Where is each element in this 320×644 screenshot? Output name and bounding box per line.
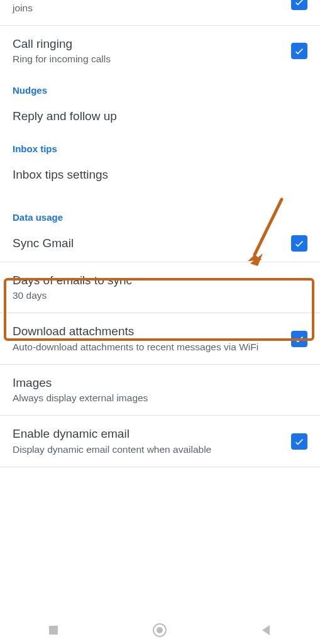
setting-title: Reply and follow up bbox=[13, 108, 297, 125]
setting-title: Days of emails to sync bbox=[13, 272, 297, 289]
svg-rect-3 bbox=[49, 626, 58, 635]
setting-description: Removes you from a call after a few minu… bbox=[13, 0, 281, 15]
svg-marker-6 bbox=[262, 625, 270, 635]
checkbox-leave-empty-call[interactable] bbox=[291, 0, 307, 10]
check-icon bbox=[294, 333, 305, 345]
nav-back-button[interactable] bbox=[248, 616, 285, 644]
setting-title: Sync Gmail bbox=[13, 235, 281, 252]
setting-enable-dynamic-email[interactable]: Enable dynamic email Display dynamic ema… bbox=[0, 416, 320, 467]
setting-title: Inbox tips settings bbox=[13, 167, 297, 183]
setting-call-ringing[interactable]: Call ringing Ring for incoming calls bbox=[0, 26, 320, 77]
setting-title: Call ringing bbox=[13, 36, 281, 52]
nav-home-button[interactable] bbox=[141, 616, 179, 644]
setting-title: Images bbox=[13, 375, 297, 391]
check-icon bbox=[294, 45, 305, 57]
setting-download-attachments[interactable]: Download attachments Auto-download attac… bbox=[0, 313, 320, 364]
svg-point-5 bbox=[157, 627, 163, 633]
setting-description: Always display external images bbox=[13, 392, 297, 405]
setting-description: Auto-download attachments to recent mess… bbox=[13, 341, 281, 354]
square-icon bbox=[48, 625, 59, 636]
section-header-inbox-tips: Inbox tips bbox=[0, 135, 320, 157]
section-header-nudges: Nudges bbox=[0, 76, 320, 98]
setting-inbox-tips-settings[interactable]: Inbox tips settings bbox=[0, 157, 320, 193]
setting-reply-follow-up[interactable]: Reply and follow up bbox=[0, 98, 320, 135]
check-icon bbox=[294, 0, 305, 8]
checkbox-dynamic-email[interactable] bbox=[291, 433, 307, 450]
checkbox-sync-gmail[interactable] bbox=[291, 235, 307, 252]
circle-icon bbox=[152, 622, 168, 638]
nav-recent-apps-button[interactable] bbox=[35, 616, 72, 644]
setting-title: Enable dynamic email bbox=[13, 426, 281, 442]
setting-title: Download attachments bbox=[13, 323, 281, 340]
android-nav-bar bbox=[0, 616, 320, 644]
setting-images[interactable]: Images Always display external images bbox=[0, 365, 320, 416]
setting-description: Ring for incoming calls bbox=[13, 53, 281, 66]
section-header-data-usage: Data usage bbox=[0, 193, 320, 225]
setting-description: 30 days bbox=[13, 289, 297, 303]
triangle-left-icon bbox=[260, 624, 273, 636]
checkbox-download-attachments[interactable] bbox=[291, 331, 307, 347]
check-icon bbox=[294, 238, 305, 249]
settings-scroll[interactable]: Removes you from a call after a few minu… bbox=[0, 0, 320, 616]
setting-sync-gmail[interactable]: Sync Gmail bbox=[0, 225, 320, 262]
divider bbox=[0, 467, 320, 467]
setting-description: Display dynamic email content when avail… bbox=[13, 443, 281, 457]
check-icon bbox=[294, 436, 305, 447]
checkbox-call-ringing[interactable] bbox=[291, 43, 307, 59]
setting-leave-empty-call[interactable]: Removes you from a call after a few minu… bbox=[0, 0, 320, 25]
setting-days-to-sync[interactable]: Days of emails to sync 30 days bbox=[0, 262, 320, 313]
